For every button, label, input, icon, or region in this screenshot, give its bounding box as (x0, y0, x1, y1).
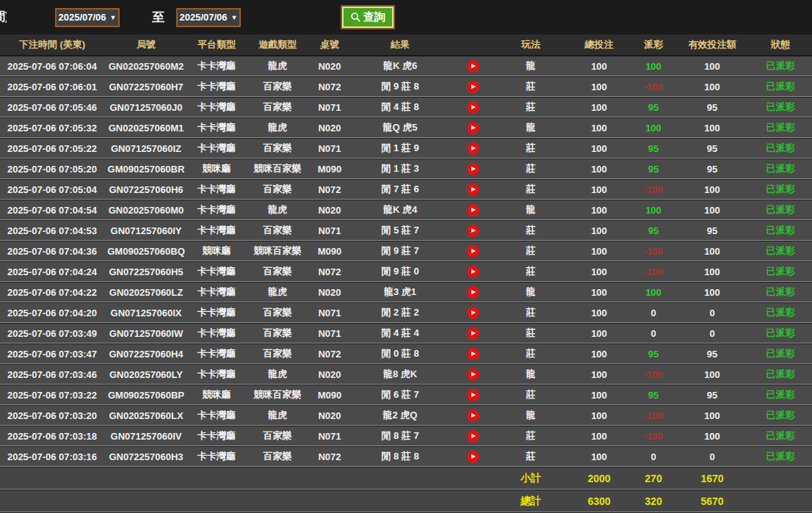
cell-video (451, 307, 495, 319)
video-play-icon[interactable] (467, 245, 479, 258)
cell-payout: 100 (631, 287, 675, 298)
video-play-icon[interactable] (467, 60, 479, 73)
cell-video (451, 451, 495, 463)
cell-platform: 卡卡灣廳 (188, 306, 245, 319)
cell-result: 閒 2 莊 2 (349, 306, 451, 319)
cell-payout: 100 (631, 123, 675, 134)
cell-result: 閒 9 莊 7 (349, 244, 451, 258)
cell-play: 莊 (495, 162, 567, 175)
subtotal-payout: 270 (631, 473, 675, 484)
cell-video (451, 81, 495, 93)
cell-game_type: 龍虎 (245, 409, 310, 422)
cell-play: 莊 (495, 224, 567, 237)
subtotal-row: 小計20002701670 (0, 467, 812, 490)
cell-table_no: M090 (310, 390, 349, 401)
cell-valid_bet: 100 (675, 246, 749, 257)
cell-video (451, 245, 495, 258)
cell-game_type: 競咪百家樂 (245, 162, 310, 175)
cell-game_type: 百家樂 (245, 224, 310, 237)
cell-platform: 卡卡灣廳 (188, 327, 245, 340)
cell-platform: 卡卡灣廳 (188, 429, 245, 443)
subtotal-play: 小計 (495, 472, 567, 485)
search-button[interactable]: 查詢 (342, 7, 394, 28)
cell-status: 已派彩 (749, 429, 812, 443)
cell-table_no: N020 (310, 61, 349, 72)
cell-video (451, 348, 495, 360)
video-play-icon[interactable] (467, 410, 479, 422)
cell-platform: 競咪廳 (188, 388, 245, 401)
cell-time: 2025-07-06 07:03:16 (0, 451, 104, 462)
video-play-icon[interactable] (467, 81, 479, 93)
video-play-icon[interactable] (467, 348, 479, 360)
column-header-table_no: 桌號 (310, 38, 349, 51)
cell-game_type: 百家樂 (245, 450, 310, 463)
cell-result: 龍3 虎1 (349, 285, 451, 299)
cell-status: 已派彩 (749, 409, 812, 422)
video-play-icon[interactable] (467, 327, 479, 340)
cell-status: 已派彩 (749, 327, 812, 340)
cell-time: 2025-07-06 07:03:49 (0, 328, 104, 339)
cell-video (451, 204, 495, 217)
video-play-icon[interactable] (467, 430, 479, 443)
cell-game_no: GN071257060J0 (104, 102, 188, 113)
cell-total_bet: 100 (567, 102, 631, 113)
table-header-row: 下注時間 (美東)局號平台類型遊戲類型桌號結果玩法總投注派彩有效投注額狀態 (0, 34, 812, 56)
cell-status: 已派彩 (749, 203, 812, 217)
cell-platform: 卡卡灣廳 (188, 80, 245, 93)
video-play-icon[interactable] (467, 286, 479, 299)
video-play-icon[interactable] (467, 307, 479, 319)
column-header-play: 玩法 (495, 38, 567, 51)
cell-status: 已派彩 (749, 388, 812, 401)
cell-total_bet: 100 (567, 81, 631, 92)
video-play-icon[interactable] (467, 225, 479, 237)
video-play-icon[interactable] (467, 389, 479, 401)
cell-platform: 卡卡灣廳 (188, 409, 245, 422)
cell-table_no: N072 (310, 81, 349, 92)
cell-play: 龍 (495, 121, 567, 134)
cell-game_type: 龍虎 (245, 285, 310, 299)
video-play-icon[interactable] (467, 163, 479, 175)
cell-game_no: GN071257060IW (104, 328, 188, 339)
cell-game_no: GN020257060M1 (104, 123, 188, 134)
video-play-icon[interactable] (467, 122, 479, 134)
cell-table_no: N020 (310, 369, 349, 380)
cell-game_type: 百家樂 (245, 101, 310, 114)
video-play-icon[interactable] (467, 451, 479, 463)
cell-table_no: N020 (310, 205, 349, 216)
cell-play: 莊 (495, 347, 567, 360)
date-to-select[interactable]: 2025/07/06 ▼ (176, 8, 241, 27)
cell-status: 已派彩 (749, 80, 812, 93)
cell-platform: 卡卡灣廳 (188, 450, 245, 463)
cell-play: 莊 (495, 306, 567, 319)
cell-result: 閒 0 莊 8 (349, 347, 451, 360)
cell-payout: -100 (631, 369, 675, 380)
cell-game_no: GN020257060LY (104, 369, 188, 380)
cell-result: 閒 4 莊 4 (349, 327, 451, 340)
cell-payout: -100 (631, 410, 675, 421)
cell-game_type: 百家樂 (245, 183, 310, 196)
cell-valid_bet: 100 (675, 184, 749, 195)
date-from-select[interactable]: 2025/07/06 ▼ (55, 8, 120, 27)
table-row: 2025-07-06 07:04:20GN071257060IX卡卡灣廳百家樂N… (0, 302, 812, 323)
cell-result: 閒 5 莊 7 (349, 224, 451, 237)
cell-valid_bet: 100 (675, 61, 749, 72)
cell-valid_bet: 95 (675, 164, 749, 175)
video-play-icon[interactable] (467, 142, 479, 155)
cell-valid_bet: 100 (675, 81, 749, 92)
column-header-platform: 平台類型 (188, 38, 245, 51)
table-row: 2025-07-06 07:03:18GN071257060IV卡卡灣廳百家樂N… (0, 426, 812, 446)
video-play-icon[interactable] (467, 368, 479, 381)
video-play-icon[interactable] (467, 101, 479, 114)
column-header-game_no: 局號 (104, 38, 188, 51)
cell-game_type: 龍虎 (245, 368, 310, 381)
cell-valid_bet: 100 (675, 123, 749, 134)
video-play-icon[interactable] (467, 204, 479, 217)
video-play-icon[interactable] (467, 266, 479, 278)
cell-payout: -100 (631, 266, 675, 277)
cell-play: 龍 (495, 409, 567, 422)
cell-status: 已派彩 (749, 59, 812, 73)
cell-total_bet: 100 (567, 266, 631, 277)
cell-status: 已派彩 (749, 306, 812, 319)
cell-valid_bet: 100 (675, 410, 749, 421)
video-play-icon[interactable] (467, 183, 479, 196)
